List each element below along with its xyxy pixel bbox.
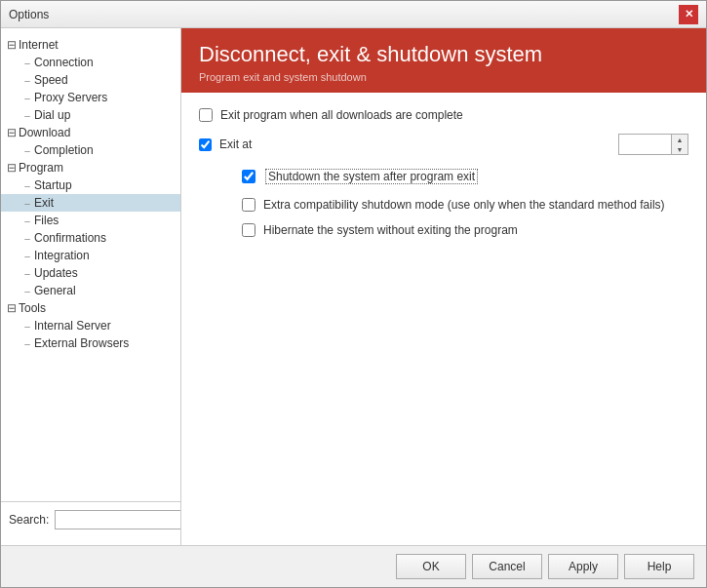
- time-section: 14:35 ▲ ▼: [618, 134, 688, 155]
- sidebar-item-label: Exit: [34, 196, 177, 210]
- cancel-button[interactable]: Cancel: [472, 554, 542, 579]
- sidebar-item-label: External Browsers: [34, 336, 177, 350]
- exit-at-checkbox[interactable]: [199, 138, 212, 151]
- collapse-icon: ⊟: [5, 38, 19, 52]
- sidebar-item-proxy-servers[interactable]: –Proxy Servers: [1, 89, 180, 106]
- exit-at-row: Exit at 14:35 ▲ ▼: [199, 134, 688, 155]
- sidebar-item-label: Connection: [34, 56, 177, 69]
- sidebar-item-label: Dial up: [34, 108, 177, 122]
- leaf-icon: –: [20, 58, 34, 68]
- sidebar-item-label: Completion: [34, 143, 177, 157]
- tree-container: ⊟Internet–Connection–Speed–Proxy Servers…: [1, 36, 180, 352]
- hibernate-checkbox[interactable]: [242, 223, 255, 237]
- sidebar-item-connection[interactable]: –Connection: [1, 54, 180, 71]
- sidebar-item-label: Download: [19, 126, 177, 139]
- leaf-icon: –: [20, 180, 34, 191]
- sidebar-item-label: Tools: [19, 301, 177, 315]
- sidebar-item-label: Internal Server: [34, 319, 177, 333]
- sidebar-item-completion[interactable]: –Completion: [1, 141, 180, 159]
- search-label: Search:: [9, 513, 49, 527]
- sidebar-item-label: Program: [19, 161, 177, 175]
- leaf-icon: –: [20, 216, 34, 226]
- sidebar-item-speed[interactable]: –Speed: [1, 71, 180, 89]
- search-input[interactable]: [55, 510, 181, 529]
- sidebar-item-general[interactable]: –General: [1, 282, 180, 299]
- hibernate-label: Hibernate the system without exiting the…: [263, 223, 518, 237]
- sidebar-item-files[interactable]: –Files: [1, 212, 180, 229]
- sidebar-item-program[interactable]: ⊟Program: [1, 159, 180, 176]
- collapse-icon: ⊟: [5, 161, 19, 175]
- sidebar-item-label: General: [34, 284, 177, 297]
- extra-compat-label: Extra compatibility shutdown mode (use o…: [263, 198, 665, 212]
- leaf-icon: –: [20, 251, 34, 261]
- exit-on-complete-row: Exit program when all downloads are comp…: [199, 108, 688, 122]
- shutdown-label-wrapper: Shutdown the system after program exit: [261, 167, 482, 186]
- leaf-icon: –: [20, 198, 34, 209]
- extra-compat-checkbox[interactable]: [242, 198, 255, 212]
- close-button[interactable]: ✕: [679, 5, 698, 24]
- sidebar-item-exit[interactable]: –Exit: [1, 194, 180, 212]
- shutdown-after-exit-label: Shutdown the system after program exit: [265, 169, 478, 184]
- sidebar-item-dial-up[interactable]: –Dial up: [1, 106, 180, 124]
- content-header: Disconnect, exit & shutdown system Progr…: [181, 28, 706, 93]
- content-body: Exit program when all downloads are comp…: [181, 93, 706, 545]
- sidebar-item-external-browsers[interactable]: –External Browsers: [1, 334, 180, 352]
- leaf-icon: –: [20, 145, 34, 156]
- shutdown-after-exit-checkbox[interactable]: [242, 170, 255, 183]
- collapse-icon: ⊟: [5, 126, 19, 139]
- sidebar-item-label: Confirmations: [34, 231, 177, 245]
- sidebar-item-confirmations[interactable]: –Confirmations: [1, 229, 180, 247]
- leaf-icon: –: [20, 93, 34, 103]
- sidebar-item-tools[interactable]: ⊟Tools: [1, 299, 180, 317]
- sidebar-item-download[interactable]: ⊟Download: [1, 124, 180, 141]
- leaf-icon: –: [20, 75, 34, 86]
- sidebar-item-label: Files: [34, 214, 177, 227]
- time-input[interactable]: 14:35: [618, 134, 672, 155]
- apply-button[interactable]: Apply: [548, 554, 618, 579]
- help-button[interactable]: Help: [624, 554, 694, 579]
- sidebar-item-label: Speed: [34, 73, 177, 87]
- sidebar-item-label: Startup: [34, 178, 177, 192]
- sidebar-search-area: Search:: [1, 501, 180, 537]
- sidebar-item-startup[interactable]: –Startup: [1, 176, 180, 194]
- sidebar-item-label: Internet: [19, 38, 177, 52]
- leaf-icon: –: [20, 233, 34, 244]
- sidebar-item-updates[interactable]: –Updates: [1, 264, 180, 282]
- leaf-icon: –: [20, 321, 34, 332]
- collapse-icon: ⊟: [5, 301, 19, 315]
- sidebar-item-internal-server[interactable]: –Internal Server: [1, 317, 180, 334]
- time-spinner-up[interactable]: ▲: [672, 135, 687, 144]
- sidebar: ⊟Internet–Connection–Speed–Proxy Servers…: [1, 28, 181, 545]
- content-subtitle: Program exit and system shutdown: [199, 71, 688, 83]
- sidebar-item-label: Updates: [34, 266, 177, 280]
- sidebar-item-internet[interactable]: ⊟Internet: [1, 36, 180, 54]
- sidebar-item-label: Integration: [34, 249, 177, 262]
- options-dialog: Options ✕ ⊟Internet–Connection–Speed–Pro…: [0, 0, 707, 588]
- leaf-icon: –: [20, 286, 34, 296]
- leaf-icon: –: [20, 110, 34, 121]
- time-spinner: ▲ ▼: [672, 134, 688, 155]
- hibernate-row: Hibernate the system without exiting the…: [199, 223, 688, 237]
- sidebar-item-integration[interactable]: –Integration: [1, 247, 180, 264]
- content-area: Disconnect, exit & shutdown system Progr…: [181, 28, 706, 545]
- time-spinner-down[interactable]: ▼: [672, 144, 687, 154]
- title-bar: Options ✕: [1, 1, 706, 28]
- dialog-title: Options: [9, 8, 49, 21]
- shutdown-after-exit-row: Shutdown the system after program exit: [199, 167, 688, 186]
- exit-at-label: Exit at: [219, 137, 252, 151]
- exit-on-complete-checkbox[interactable]: [199, 108, 213, 122]
- leaf-icon: –: [20, 338, 34, 349]
- content-title: Disconnect, exit & shutdown system: [199, 42, 688, 67]
- sidebar-item-label: Proxy Servers: [34, 91, 177, 104]
- leaf-icon: –: [20, 268, 34, 279]
- dialog-body: ⊟Internet–Connection–Speed–Proxy Servers…: [1, 28, 706, 545]
- exit-on-complete-label: Exit program when all downloads are comp…: [220, 108, 463, 122]
- dialog-footer: OK Cancel Apply Help: [1, 545, 706, 587]
- ok-button[interactable]: OK: [396, 554, 466, 579]
- extra-compat-row: Extra compatibility shutdown mode (use o…: [199, 198, 688, 212]
